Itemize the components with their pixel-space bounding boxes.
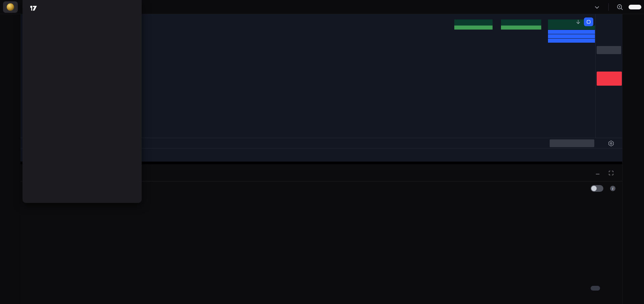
minimize-panel-icon[interactable] [593,169,602,177]
crosshair-price-label [597,46,621,54]
mtf-row-3 [548,39,595,43]
info-icon[interactable]: i [610,186,615,191]
main-menu-button[interactable] [3,1,18,13]
buy-pressure-box [454,19,493,26]
buy-pressure-bar [454,26,493,30]
divider [608,3,609,11]
expand-panel-icon[interactable] [607,169,615,177]
main-menu-dropdown [22,0,142,203]
last-price-label [597,72,622,86]
menu-header [22,0,142,16]
percentage-button[interactable] [591,286,600,291]
scale-buttons [582,286,600,291]
publish-button[interactable] [629,5,641,9]
axis-settings-gear-icon[interactable] [607,139,615,147]
drawing-toolbar [0,14,20,304]
absolute-button[interactable] [582,286,589,290]
deep-backtesting-row: i [591,185,615,192]
power2-box [501,19,541,26]
right-sidebar [622,14,644,304]
chevron-down-icon[interactable] [593,2,601,12]
equity-curve-chart [44,246,618,280]
tradingview-logo-icon [29,4,38,12]
crosshair-time-label [550,139,594,147]
mtf-row-1 [548,30,595,34]
broker-logo-icon [7,3,14,11]
topbar-right [590,0,641,14]
maximize-pane-button[interactable] [584,17,593,26]
power2-bar [501,26,541,30]
ohlc-readout [143,21,145,26]
price-axis[interactable] [595,14,622,138]
scroll-to-recent-icon[interactable] [575,19,582,26]
quick-search-icon[interactable] [614,2,626,12]
deep-backtesting-toggle[interactable] [591,185,603,192]
mtf-row-2 [548,34,595,38]
